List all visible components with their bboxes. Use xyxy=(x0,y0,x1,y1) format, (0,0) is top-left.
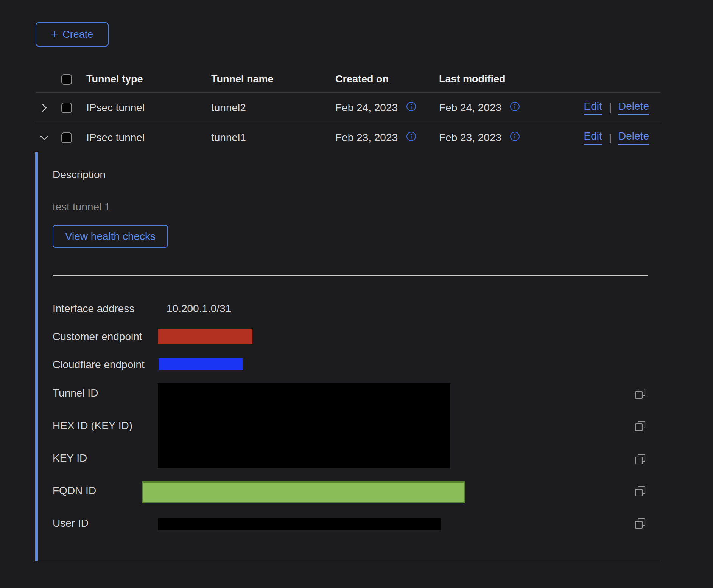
table-row: IPsec tunnel tunnel2 Feb 24, 2023 Feb 24… xyxy=(36,93,660,123)
cloudflare-endpoint-redacted-value xyxy=(159,358,243,370)
ipsec-tunnels-page: + Create Tunnel type Tunnel name Created… xyxy=(0,0,713,588)
tunnel-name-cell: tunnel2 xyxy=(211,102,335,114)
chevron-down-icon[interactable] xyxy=(39,132,50,143)
header-last-modified: Last modified xyxy=(439,73,545,85)
interface-address-value: 10.200.1.0/31 xyxy=(167,303,231,315)
tunnel-type-cell: IPsec tunnel xyxy=(81,132,211,144)
header-tunnel-type: Tunnel type xyxy=(81,73,211,85)
created-on-cell: Feb 24, 2023 xyxy=(335,102,398,114)
header-created-on: Created on xyxy=(335,73,439,85)
copy-icon[interactable] xyxy=(634,453,647,466)
user-id-redacted-value xyxy=(158,518,441,530)
info-icon[interactable] xyxy=(406,101,416,114)
tunnel-details-panel: Description test tunnel 1 View health ch… xyxy=(35,152,660,561)
customer-endpoint-redacted-value xyxy=(158,329,252,344)
edit-link[interactable]: Edit xyxy=(584,101,602,115)
action-separator: | xyxy=(609,101,612,114)
interface-address-label: Interface address xyxy=(53,303,134,315)
ids-redacted-value xyxy=(158,383,450,468)
info-icon[interactable] xyxy=(510,101,520,114)
created-on-cell: Feb 23, 2023 xyxy=(335,132,398,144)
copy-icon[interactable] xyxy=(634,420,647,432)
create-button-label: Create xyxy=(62,29,93,40)
tunnels-table: Tunnel type Tunnel name Created on Last … xyxy=(36,66,660,561)
last-modified-cell: Feb 24, 2023 xyxy=(439,102,501,114)
select-all-checkbox[interactable] xyxy=(61,74,72,85)
plus-icon: + xyxy=(51,28,58,40)
delete-link[interactable]: Delete xyxy=(618,131,649,145)
fqdn-id-label: FQDN ID xyxy=(53,485,96,497)
tunnel-type-cell: IPsec tunnel xyxy=(81,102,211,114)
copy-icon[interactable] xyxy=(634,485,647,498)
copy-icon[interactable] xyxy=(634,387,647,400)
key-id-label: KEY ID xyxy=(53,452,87,464)
info-icon[interactable] xyxy=(406,131,416,144)
tunnel-id-label: Tunnel ID xyxy=(53,387,98,399)
fqdn-id-redacted-value xyxy=(142,481,465,503)
description-value: test tunnel 1 xyxy=(53,201,111,213)
row-checkbox[interactable] xyxy=(61,103,72,113)
copy-icon[interactable] xyxy=(634,517,647,530)
panel-divider xyxy=(53,275,648,276)
delete-link[interactable]: Delete xyxy=(618,101,649,115)
last-modified-cell: Feb 23, 2023 xyxy=(439,132,501,144)
user-id-label: User ID xyxy=(53,517,89,529)
row-checkbox[interactable] xyxy=(61,132,72,143)
create-button[interactable]: + Create xyxy=(36,22,109,47)
info-icon[interactable] xyxy=(510,131,520,144)
chevron-right-icon[interactable] xyxy=(39,102,50,114)
table-header-row: Tunnel type Tunnel name Created on Last … xyxy=(36,66,660,93)
header-tunnel-name: Tunnel name xyxy=(211,73,335,85)
tunnel-name-cell: tunnel1 xyxy=(211,132,335,144)
description-label: Description xyxy=(53,169,106,181)
table-row: IPsec tunnel tunnel1 Feb 23, 2023 Feb 23… xyxy=(36,123,660,152)
customer-endpoint-label: Customer endpoint xyxy=(53,331,142,343)
edit-link[interactable]: Edit xyxy=(584,131,602,145)
hex-id-label: HEX ID (KEY ID) xyxy=(53,420,132,432)
view-health-checks-button[interactable]: View health checks xyxy=(53,225,168,248)
cloudflare-endpoint-label: Cloudflare endpoint xyxy=(53,359,145,371)
action-separator: | xyxy=(609,132,612,144)
